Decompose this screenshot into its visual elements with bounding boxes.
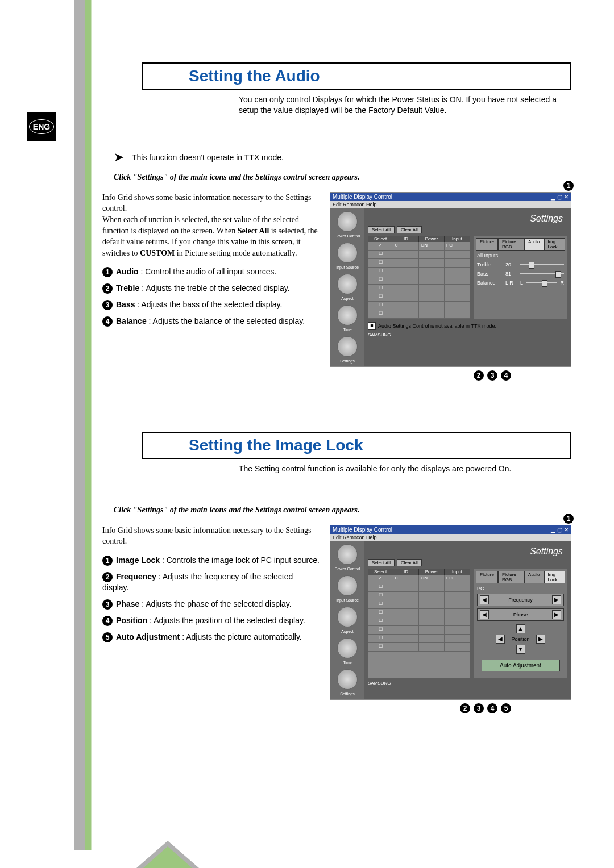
tab-img-lock[interactable]: Img Lock — [544, 238, 565, 251]
table-row[interactable]: ☐ — [368, 293, 470, 302]
tab-picture-rgb[interactable]: Picture RGB — [498, 238, 524, 251]
select-all-button[interactable]: Select All — [368, 226, 395, 233]
item-text: : Adjusts the picture automatically. — [180, 632, 302, 641]
stepper-phase: ◀Phase▶ — [477, 608, 564, 621]
slider-value: 81 — [505, 271, 517, 277]
table-row[interactable]: ☐ — [368, 635, 470, 643]
table-row[interactable]: ☐ — [368, 251, 470, 259]
table-cell — [445, 617, 470, 625]
auto-adjustment-button[interactable]: Auto Adjustment — [482, 660, 560, 671]
table-row[interactable]: ☐ — [368, 626, 470, 635]
table-cell — [393, 310, 419, 318]
tab-audio[interactable]: Audio — [524, 238, 544, 251]
item-term: Auto Adjustment — [116, 632, 180, 641]
table-row[interactable]: ☐ — [368, 268, 470, 276]
nav-icon[interactable] — [337, 305, 358, 326]
decrease-button[interactable]: ◀ — [480, 610, 489, 619]
note-arrow-icon: ➤ — [114, 150, 124, 165]
position-left-button[interactable]: ◀ — [496, 635, 505, 644]
increase-button[interactable]: ▶ — [552, 610, 561, 619]
table-row[interactable]: ☐ — [368, 285, 470, 293]
table-cell: ☐ — [368, 302, 393, 310]
callout-1: 1 — [563, 514, 574, 524]
brand-logo: SAMSUNG — [368, 332, 567, 337]
table-row[interactable]: ☐ — [368, 259, 470, 268]
table-header: ID — [393, 569, 419, 575]
position-up-button[interactable]: ▲ — [516, 624, 525, 633]
window-controls-icon: ▁ ▢ ✕ — [551, 527, 569, 533]
table-cell — [419, 643, 445, 651]
section-title-box: Setting the Audio — [142, 62, 571, 90]
slider-track[interactable] — [526, 282, 557, 283]
table-row[interactable]: ☐ — [368, 617, 470, 626]
nav-icon[interactable] — [337, 243, 358, 263]
section-title: Setting the Image Lock — [189, 436, 363, 454]
nav-icon[interactable] — [337, 575, 358, 596]
nav-icon[interactable] — [337, 211, 358, 232]
table-row[interactable]: ☐ — [368, 643, 470, 652]
window-menu: Edit Remocon Help — [330, 201, 571, 208]
table-row[interactable]: ☐ — [368, 302, 470, 310]
decrease-button[interactable]: ◀ — [480, 595, 489, 604]
table-row[interactable]: ☐ — [368, 276, 470, 285]
table-row[interactable]: ☐ — [368, 592, 470, 600]
table-row[interactable]: ☐ — [368, 609, 470, 617]
click-instruction: Click "Settings" of the main icons and t… — [114, 173, 571, 182]
table-cell — [393, 259, 419, 267]
table-cell — [393, 285, 419, 293]
table-row[interactable]: ✓0ONPC — [368, 242, 470, 251]
nav-label: Input Source — [336, 598, 359, 602]
table-cell — [393, 617, 419, 625]
nav-icon[interactable] — [337, 607, 358, 627]
nav-icon[interactable] — [337, 274, 358, 294]
slider-bass[interactable]: Bass81 — [477, 271, 564, 277]
clear-all-button[interactable]: Clear All — [397, 226, 422, 233]
nav-icon[interactable] — [337, 669, 358, 690]
table-cell — [419, 285, 445, 293]
clear-all-button[interactable]: Clear All — [397, 559, 422, 566]
table-row[interactable]: ☐ — [368, 583, 470, 592]
decoration-green-bar — [85, 0, 91, 850]
tab-picture[interactable]: Picture — [476, 238, 498, 251]
panel-subtitle: PC — [477, 586, 564, 591]
numbered-item: 4Balance : Adjusts the balance of the se… — [102, 316, 320, 327]
table-cell — [445, 626, 470, 634]
table-cell — [445, 268, 470, 276]
tab-img-lock[interactable]: Img Lock — [544, 571, 565, 583]
tab-audio[interactable]: Audio — [524, 571, 544, 583]
slider-track[interactable] — [520, 264, 564, 265]
table-cell: ✓ — [368, 242, 393, 250]
item-number-icon: 2 — [102, 283, 113, 294]
table-header: Input — [445, 236, 470, 242]
position-right-button[interactable]: ▶ — [536, 635, 545, 644]
position-down-button[interactable]: ▼ — [516, 645, 525, 654]
slider-track[interactable] — [520, 273, 564, 274]
table-cell — [393, 268, 419, 276]
increase-button[interactable]: ▶ — [552, 595, 561, 604]
window-menu: Edit Remocon Help — [330, 534, 571, 541]
item-text: : Adjusts the bass of the selected displ… — [135, 300, 282, 309]
decoration-thin-bar — [91, 0, 92, 850]
table-row[interactable]: ☐ — [368, 310, 470, 319]
nav-icon[interactable] — [337, 638, 358, 658]
status-stop-icon: ■ — [368, 322, 376, 330]
nav-label: Time — [343, 661, 351, 665]
table-cell — [419, 592, 445, 600]
item-term: Bass — [116, 300, 135, 309]
item-number-icon: 5 — [102, 632, 113, 642]
table-row[interactable]: ☐ — [368, 600, 470, 609]
table-cell — [393, 592, 419, 600]
tab-picture-rgb[interactable]: Picture RGB — [498, 571, 524, 583]
slider-label: Bass — [477, 271, 502, 277]
tab-picture[interactable]: Picture — [476, 571, 498, 583]
window-title: Multiple Display Control — [333, 527, 392, 533]
panel-heading: Settings — [368, 544, 567, 559]
table-row[interactable]: ✓0ONPC — [368, 575, 470, 583]
table-cell — [419, 626, 445, 634]
nav-icon[interactable] — [337, 544, 358, 565]
select-all-button[interactable]: Select All — [368, 559, 395, 566]
nav-icon[interactable] — [337, 336, 358, 357]
slider-balance[interactable]: BalanceL RLR — [477, 280, 564, 286]
slider-treble[interactable]: Treble20 — [477, 262, 564, 268]
slider-label: Balance — [477, 280, 502, 286]
